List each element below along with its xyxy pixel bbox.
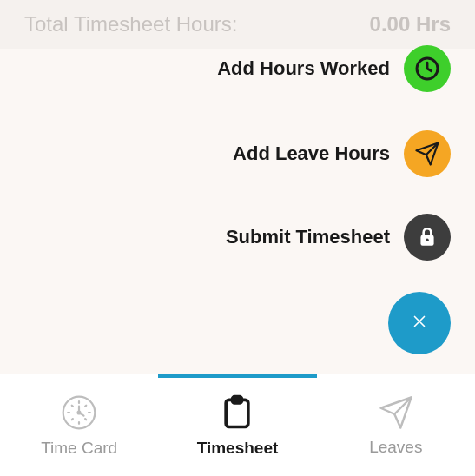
tab-leaves-label: Leaves bbox=[369, 438, 422, 457]
tab-timecard-label: Time Card bbox=[41, 439, 117, 458]
add-leave-hours-button[interactable] bbox=[404, 130, 451, 177]
add-leave-hours-label: Add Leave Hours bbox=[233, 142, 390, 165]
add-hours-worked-button[interactable] bbox=[404, 45, 451, 92]
paper-plane-icon bbox=[414, 141, 440, 167]
tab-leaves[interactable]: Leaves bbox=[317, 374, 475, 476]
close-fab-button[interactable] bbox=[388, 292, 451, 354]
tab-timecard[interactable]: Time Card bbox=[0, 374, 158, 476]
clock-icon bbox=[413, 55, 441, 83]
clock-outline-icon bbox=[60, 393, 98, 432]
total-hours-value: 0.00 Hrs bbox=[370, 12, 451, 36]
lock-icon bbox=[416, 226, 439, 248]
header-total-hours: Total Timesheet Hours: 0.00 Hrs bbox=[0, 0, 475, 49]
svg-rect-6 bbox=[233, 396, 242, 402]
add-leave-hours-row[interactable]: Add Leave Hours bbox=[233, 130, 451, 177]
tab-timesheet-label: Timesheet bbox=[197, 439, 279, 458]
add-hours-worked-label: Add Hours Worked bbox=[217, 57, 390, 80]
add-hours-worked-row[interactable]: Add Hours Worked bbox=[217, 45, 451, 92]
close-icon bbox=[410, 312, 429, 334]
tab-bar: Time Card Timesheet Leaves bbox=[0, 374, 475, 476]
submit-timesheet-row[interactable]: Submit Timesheet bbox=[226, 214, 451, 261]
fab-menu: Add Hours Worked Add Leave Hours Submit … bbox=[0, 49, 475, 377]
tab-timesheet[interactable]: Timesheet bbox=[158, 374, 316, 476]
total-hours-label: Total Timesheet Hours: bbox=[24, 12, 237, 36]
svg-point-4 bbox=[78, 411, 81, 413]
paper-plane-outline-icon bbox=[378, 394, 414, 431]
submit-timesheet-button[interactable] bbox=[404, 214, 451, 261]
submit-timesheet-label: Submit Timesheet bbox=[226, 226, 390, 248]
svg-point-2 bbox=[426, 239, 428, 241]
clipboard-icon bbox=[218, 393, 256, 432]
